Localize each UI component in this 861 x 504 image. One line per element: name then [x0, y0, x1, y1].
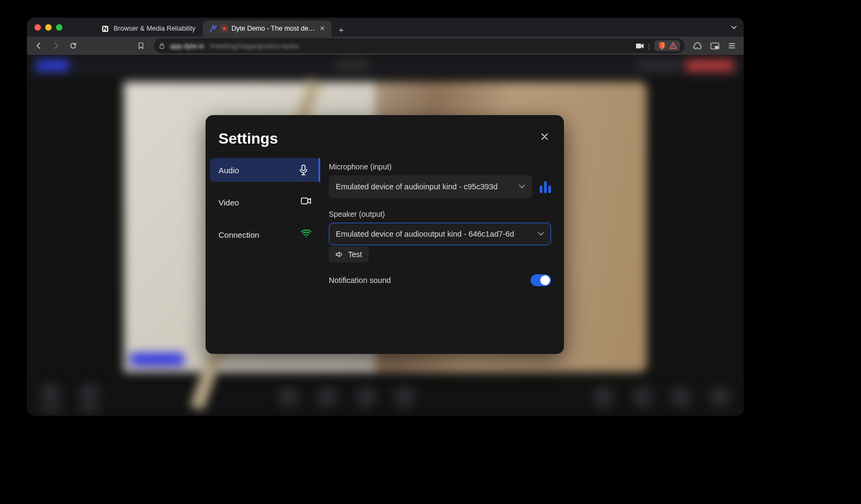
settings-audio-panel: Microphone (input) Emulated device of au… — [320, 152, 564, 354]
modal-title: Settings — [218, 130, 278, 147]
window-minimize-dot[interactable] — [45, 24, 52, 31]
svg-rect-8 — [301, 198, 308, 204]
bookmark-button[interactable] — [133, 38, 149, 53]
dyte-icon — [209, 25, 217, 33]
svg-rect-4 — [673, 47, 673, 47]
nav-connection-label: Connection — [218, 230, 259, 239]
modal-close-button[interactable] — [538, 130, 551, 143]
settings-modal: Settings Audio Video — [206, 115, 564, 354]
mic-level-meter — [540, 180, 551, 193]
notification-sound-label: Notification sound — [329, 276, 391, 285]
url-domain: app.dyte.in — [170, 42, 204, 50]
speaker-icon — [335, 251, 344, 258]
address-bar[interactable]: app.dyte.in /meeting/stage/ghsbcx-bpdw | — [154, 38, 684, 53]
tab-close-icon[interactable]: ✕ — [320, 25, 325, 32]
nav-reload-button[interactable] — [66, 38, 81, 53]
microphone-icon — [299, 165, 310, 175]
brave-shields-button[interactable] — [654, 40, 680, 51]
tab-0-title: Browser & Media Reliability — [114, 25, 195, 32]
video-camera-icon — [301, 197, 312, 208]
browser-window: Browser & Media Reliability Dyte Demo - … — [27, 18, 744, 416]
nav-item-audio[interactable]: Audio — [210, 158, 320, 182]
svg-rect-1 — [160, 45, 164, 48]
extensions-button[interactable] — [690, 38, 705, 53]
speaker-test-button[interactable]: Test — [329, 246, 369, 262]
chevron-down-icon — [538, 232, 544, 236]
lock-icon — [159, 42, 165, 49]
svg-rect-7 — [302, 165, 305, 171]
window-traffic-lights — [34, 24, 62, 31]
svg-point-9 — [306, 236, 307, 237]
speaker-test-label: Test — [348, 250, 362, 259]
microphone-select-value: Emulated device of audioinput kind - c95… — [336, 182, 498, 191]
window-close-dot[interactable] — [34, 24, 41, 31]
page-viewport: Settings Audio Video — [27, 55, 744, 416]
microphone-select[interactable]: Emulated device of audioinput kind - c95… — [329, 175, 532, 198]
new-tab-button[interactable]: ＋ — [335, 24, 348, 37]
speaker-select-value: Emulated device of audiooutput kind - 64… — [336, 230, 514, 238]
camera-permission-icon[interactable] — [636, 42, 644, 49]
pip-button[interactable] — [707, 38, 722, 53]
nav-video-label: Video — [218, 198, 239, 207]
url-path: /meeting/stage/ghsbcx-bpdw — [210, 42, 299, 50]
microphone-input-label: Microphone (input) — [329, 162, 551, 171]
speaker-output-label: Speaker (output) — [329, 210, 551, 218]
nav-audio-label: Audio — [218, 166, 239, 175]
tab-overflow-button[interactable] — [730, 18, 738, 37]
settings-side-nav: Audio Video Connection — [206, 152, 320, 354]
tracker-warning-icon — [669, 42, 677, 49]
wifi-icon — [301, 229, 312, 240]
address-bar-actions: | — [636, 40, 680, 51]
browser-toolbar: app.dyte.in /meeting/stage/ghsbcx-bpdw | — [27, 37, 744, 55]
speaker-select[interactable]: Emulated device of audiooutput kind - 64… — [329, 223, 551, 245]
toggle-knob — [540, 275, 550, 285]
nav-forward-button[interactable] — [48, 38, 63, 53]
window-zoom-dot[interactable] — [56, 24, 62, 31]
tab-active-1[interactable]: Dyte Demo - The most devel ✕ — [203, 20, 331, 37]
nav-item-connection[interactable]: Connection — [210, 223, 320, 246]
notification-sound-toggle[interactable] — [531, 274, 551, 286]
nav-back-button[interactable] — [31, 38, 46, 53]
chevron-down-icon — [519, 184, 525, 189]
tab-strip: Browser & Media Reliability Dyte Demo - … — [27, 18, 744, 37]
tab-1-title: Dyte Demo - The most devel — [231, 25, 315, 32]
tabs: Browser & Media Reliability Dyte Demo - … — [95, 18, 348, 37]
nav-item-video[interactable]: Video — [210, 190, 320, 214]
recording-indicator-icon — [222, 26, 227, 31]
tab-inactive-0[interactable]: Browser & Media Reliability — [95, 20, 202, 37]
svg-rect-6 — [715, 46, 718, 48]
svg-rect-2 — [636, 44, 641, 48]
svg-rect-3 — [673, 45, 673, 47]
brave-shield-icon — [658, 41, 666, 50]
close-icon — [540, 132, 549, 141]
notion-icon — [101, 25, 109, 33]
browser-menu-button[interactable] — [724, 38, 739, 53]
